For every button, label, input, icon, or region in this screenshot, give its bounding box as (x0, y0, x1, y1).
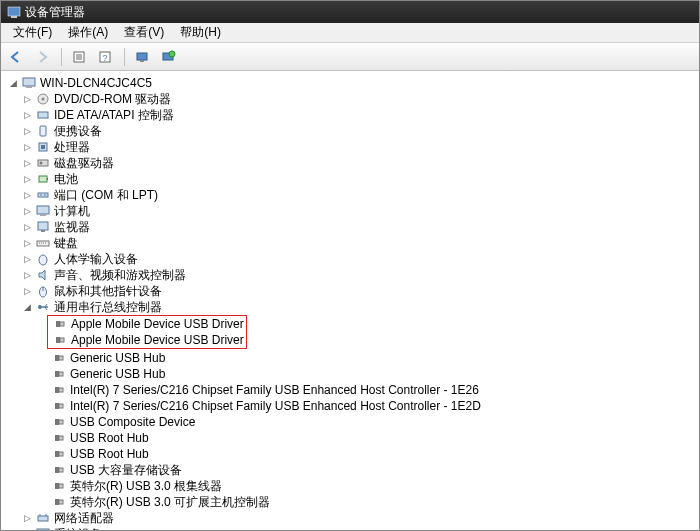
tree-label: DVD/CD-ROM 驱动器 (53, 91, 171, 107)
tree-category[interactable]: ▷ 监视器 (7, 219, 693, 235)
svg-rect-55 (59, 436, 63, 440)
sound-icon (35, 267, 51, 283)
expander-icon[interactable]: ◢ (7, 77, 19, 89)
expander-icon[interactable]: ▷ (21, 157, 33, 169)
properties-button[interactable] (68, 46, 92, 68)
tree-label: 鼠标和其他指针设备 (53, 283, 162, 299)
svg-rect-46 (55, 371, 59, 377)
tree-label: 端口 (COM 和 LPT) (53, 187, 158, 203)
tree-device[interactable]: 英特尔(R) USB 3.0 可扩展主机控制器 (7, 494, 693, 510)
tree-device[interactable]: Intel(R) 7 Series/C216 Chipset Family US… (7, 398, 693, 414)
usb-device-icon (51, 478, 67, 494)
expander-icon[interactable]: ▷ (21, 173, 33, 185)
window-title: 设备管理器 (25, 4, 85, 21)
tree-category[interactable]: ▷ 便携设备 (7, 123, 693, 139)
tree-category[interactable]: ▷ 端口 (COM 和 LPT) (7, 187, 693, 203)
app-icon (7, 5, 21, 19)
tree-label: 系统设备 (53, 526, 102, 531)
hid-icon (35, 251, 51, 267)
svg-rect-28 (40, 214, 46, 216)
expander-icon[interactable]: ▷ (21, 205, 33, 217)
svg-rect-17 (40, 126, 46, 136)
tree-device[interactable]: 英特尔(R) USB 3.0 根集线器 (7, 478, 693, 494)
tree-device[interactable]: Intel(R) 7 Series/C216 Chipset Family US… (7, 382, 693, 398)
menu-view[interactable]: 查看(V) (116, 22, 172, 43)
back-button[interactable] (5, 46, 29, 68)
mouse-icon (35, 283, 51, 299)
tree-label: Apple Mobile Device USB Driver (70, 316, 244, 332)
expander-icon[interactable]: ▷ (21, 141, 33, 153)
tree-label: 人体学输入设备 (53, 251, 138, 267)
expander-icon[interactable]: ▷ (21, 109, 33, 121)
tree-category[interactable]: ▷ DVD/CD-ROM 驱动器 (7, 91, 693, 107)
tree-device[interactable]: USB Root Hub (7, 446, 693, 462)
tree-device[interactable]: Generic USB Hub (7, 366, 693, 382)
scan-button[interactable] (131, 46, 155, 68)
tree-category[interactable]: ▷ 磁盘驱动器 (7, 155, 693, 171)
tree-label: USB 大容量存储设备 (69, 462, 182, 478)
toolbar: ? (1, 43, 699, 71)
expander-icon[interactable]: ▷ (21, 125, 33, 137)
expander-icon[interactable]: ▷ (21, 253, 33, 265)
tree-label: USB Root Hub (69, 430, 149, 446)
processor-icon (35, 139, 51, 155)
tree-category[interactable]: ▷ 电池 (7, 171, 693, 187)
tree-device[interactable]: USB Root Hub (7, 430, 693, 446)
tree-label: 通用串行总线控制器 (53, 299, 162, 315)
menu-help[interactable]: 帮助(H) (172, 22, 229, 43)
tree-label: Generic USB Hub (69, 366, 165, 382)
tree-device[interactable]: Apple Mobile Device USB Driver (50, 316, 244, 332)
titlebar: 设备管理器 (1, 1, 699, 23)
svg-text:?: ? (102, 53, 107, 63)
expander-icon[interactable]: ◢ (21, 301, 33, 313)
tree-category[interactable]: ▷ 人体学输入设备 (7, 251, 693, 267)
usb-device-icon (51, 350, 67, 366)
tree-device[interactable]: USB 大容量存储设备 (7, 462, 693, 478)
device-tree[interactable]: ◢ WIN-DLCN4CJC4C5 ▷ DVD/CD-ROM 驱动器 ▷ IDE… (1, 71, 699, 531)
tree-category[interactable]: ▷ 键盘 (7, 235, 693, 251)
svg-rect-19 (41, 145, 45, 149)
tree-category[interactable]: ▷ 处理器 (7, 139, 693, 155)
svg-rect-57 (59, 452, 63, 456)
expander-icon[interactable]: ▷ (21, 512, 33, 524)
svg-point-36 (38, 305, 42, 309)
tree-category-usb[interactable]: ◢ 通用串行总线控制器 (7, 299, 693, 315)
expander-icon[interactable]: ▷ (21, 221, 33, 233)
refresh-button[interactable] (157, 46, 181, 68)
svg-rect-41 (60, 322, 64, 326)
usb-device-icon (52, 332, 68, 348)
svg-rect-52 (55, 419, 59, 425)
tree-root[interactable]: ◢ WIN-DLCN4CJC4C5 (7, 75, 693, 91)
svg-rect-45 (59, 356, 63, 360)
tree-category[interactable]: ▷ 声音、视频和游戏控制器 (7, 267, 693, 283)
help-button[interactable]: ? (94, 46, 118, 68)
svg-rect-40 (56, 321, 60, 327)
expander-icon[interactable]: ▷ (21, 93, 33, 105)
computer-icon (35, 203, 51, 219)
expander-icon[interactable]: ▷ (21, 189, 33, 201)
svg-rect-63 (59, 500, 63, 504)
menu-action[interactable]: 操作(A) (60, 22, 116, 43)
tree-category[interactable]: ▷ 网络适配器 (7, 510, 693, 526)
tree-category[interactable]: ▷ IDE ATA/ATAPI 控制器 (7, 107, 693, 123)
svg-rect-12 (23, 78, 35, 86)
tree-device[interactable]: USB Composite Device (7, 414, 693, 430)
expander-icon[interactable]: ▷ (21, 285, 33, 297)
tree-category[interactable]: ▷ 计算机 (7, 203, 693, 219)
menu-file[interactable]: 文件(F) (5, 22, 60, 43)
expander-icon[interactable]: ▷ (21, 237, 33, 249)
svg-point-25 (40, 194, 42, 196)
svg-rect-43 (60, 338, 64, 342)
tree-category[interactable]: ▷ 系统设备 (7, 526, 693, 531)
tree-category[interactable]: ▷ 鼠标和其他指针设备 (7, 283, 693, 299)
expander-icon[interactable]: ▷ (21, 269, 33, 281)
tree-label: 声音、视频和游戏控制器 (53, 267, 186, 283)
svg-point-21 (40, 162, 43, 165)
toolbar-separator (124, 48, 125, 66)
forward-button[interactable] (31, 46, 55, 68)
tree-label: 计算机 (53, 203, 90, 219)
tree-device[interactable]: Generic USB Hub (7, 350, 693, 366)
svg-rect-64 (38, 516, 48, 521)
network-icon (35, 510, 51, 526)
tree-device[interactable]: Apple Mobile Device USB Driver (50, 332, 244, 348)
